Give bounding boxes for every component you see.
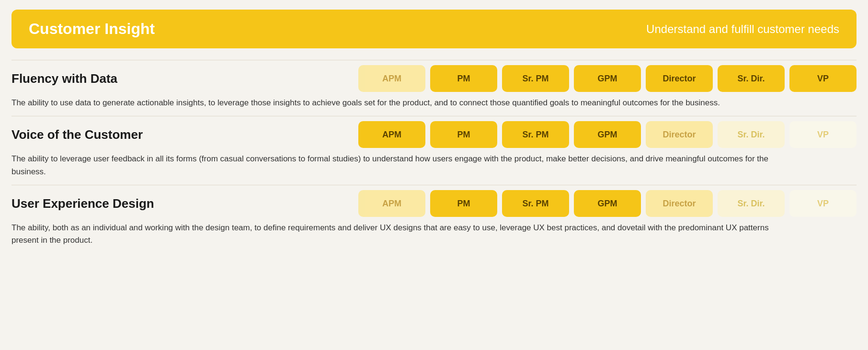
section-title: User Experience Design	[11, 196, 154, 211]
badge-sr--dir-: Sr. Dir.	[718, 190, 785, 217]
header-banner: Customer Insight Understand and fulfill …	[11, 10, 857, 48]
badge-pm: PM	[430, 121, 497, 148]
section-description: The ability, both as an individual and w…	[11, 222, 778, 247]
section-header: Voice of the CustomerAPMPMSr. PMGPMDirec…	[11, 121, 857, 148]
section-header: Fluency with DataAPMPMSr. PMGPMDirectorS…	[11, 65, 857, 92]
badge-vp: VP	[789, 190, 857, 217]
badge-sr--pm: Sr. PM	[502, 190, 569, 217]
badge-gpm: GPM	[574, 190, 641, 217]
header-title: Customer Insight	[29, 20, 155, 38]
badge-gpm: GPM	[574, 121, 641, 148]
badge-director: Director	[646, 65, 713, 92]
badge-vp: VP	[789, 65, 857, 92]
badge-director: Director	[646, 121, 713, 148]
section-description: The ability to use data to generate acti…	[11, 97, 778, 109]
header-subtitle: Understand and fulfill customer needs	[646, 23, 839, 36]
badge-director: Director	[646, 190, 713, 217]
badge-apm: APM	[358, 65, 425, 92]
badge-gpm: GPM	[574, 65, 641, 92]
badges-row: APMPMSr. PMGPMDirectorSr. Dir.VP	[358, 65, 857, 92]
badge-apm: APM	[358, 190, 425, 217]
section-user-experience-design: User Experience DesignAPMPMSr. PMGPMDire…	[0, 185, 868, 247]
badge-sr--pm: Sr. PM	[502, 121, 569, 148]
section-header: User Experience DesignAPMPMSr. PMGPMDire…	[11, 190, 857, 217]
page-container: Customer Insight Understand and fulfill …	[0, 10, 868, 247]
badge-apm: APM	[358, 121, 425, 148]
badge-sr--pm: Sr. PM	[502, 65, 569, 92]
sections-container: Fluency with DataAPMPMSr. PMGPMDirectorS…	[0, 60, 868, 247]
badge-sr--dir-: Sr. Dir.	[718, 121, 785, 148]
badge-pm: PM	[430, 190, 497, 217]
section-description: The ability to leverage user feedback in…	[11, 153, 778, 178]
section-voice-of-the-customer: Voice of the CustomerAPMPMSr. PMGPMDirec…	[0, 116, 868, 178]
badges-row: APMPMSr. PMGPMDirectorSr. Dir.VP	[358, 190, 857, 217]
section-title: Voice of the Customer	[11, 127, 143, 142]
badge-vp: VP	[789, 121, 857, 148]
section-fluency-with-data: Fluency with DataAPMPMSr. PMGPMDirectorS…	[0, 60, 868, 109]
section-title: Fluency with Data	[11, 71, 117, 86]
badge-sr--dir-: Sr. Dir.	[718, 65, 785, 92]
badges-row: APMPMSr. PMGPMDirectorSr. Dir.VP	[358, 121, 857, 148]
badge-pm: PM	[430, 65, 497, 92]
